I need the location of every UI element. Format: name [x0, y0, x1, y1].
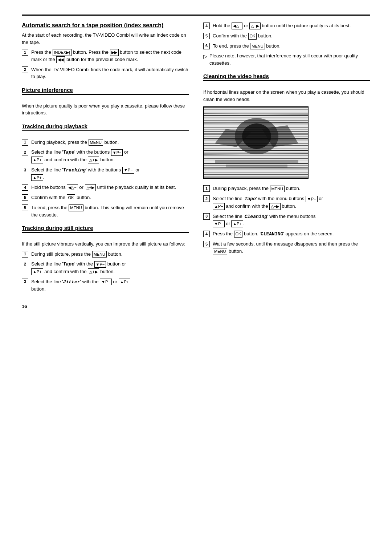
- menu-btn-5: MENU: [270, 186, 285, 192]
- cleaning-intro: If horizontal lines appear on the screen…: [203, 89, 370, 103]
- svg-rect-1: [204, 107, 309, 108]
- svg-rect-3: [204, 111, 309, 111]
- section-auto-search: Automatic search for a tape position (in…: [22, 22, 189, 80]
- cleaning-step-4: 4 Press the OK button. 'CLEANING' appear…: [203, 230, 370, 238]
- vp-btn-1: ▼P−: [111, 149, 123, 156]
- tp-step-1-content: During playback, press the MENU button.: [31, 139, 189, 146]
- step-num-2: 2: [22, 66, 28, 73]
- right-step-5: 5 Confirm with the OK button.: [203, 32, 370, 40]
- section-picture-interference: Picture interference When the picture qu…: [22, 87, 189, 117]
- r-step-num-6: 6: [203, 43, 210, 49]
- cleaning-text: CLEANING: [261, 231, 283, 237]
- note-text: Please note, however, that interference …: [209, 52, 370, 66]
- left-column: Automatic search for a tape position (in…: [22, 22, 189, 309]
- menu-btn-4: MENU: [250, 43, 265, 50]
- svg-rect-32: [204, 178, 309, 179]
- cl-step-3-content: Select the line 'Cleaning' with the menu…: [213, 213, 370, 227]
- ts-step-3-content: Select the line 'Jitter' with the ▼P− or…: [31, 278, 189, 293]
- tv-distorted-image: [203, 106, 309, 179]
- note-interference: ▷ Please note, however, that interferenc…: [203, 52, 370, 66]
- tracking-playback-heading: Tracking during playback: [22, 123, 189, 131]
- right-column: 4 Hold the ◀△− or △+▶ button until the p…: [203, 22, 370, 309]
- svg-rect-22: [204, 155, 309, 156]
- svg-rect-2: [204, 109, 309, 110]
- tape-label-1: Tape: [63, 150, 74, 155]
- tp-step-5-content: Confirm with the OK button.: [31, 194, 189, 201]
- svg-rect-28: [204, 170, 309, 170]
- picture-interference-heading: Picture interference: [22, 87, 189, 95]
- page-number: 16: [22, 304, 189, 309]
- picture-interference-intro: When the picture quality is poor when yo…: [22, 102, 189, 117]
- ap-btn-6: ▲P+: [231, 220, 243, 227]
- tp-step-num-5: 5: [22, 194, 28, 201]
- cl-step-5-content: Wait a few seconds, until the message di…: [213, 240, 370, 255]
- right-step-6: 6 To end, press the MENU button.: [203, 42, 370, 50]
- tracking-playback-step-2: 2 Select the line 'Tape' with the button…: [22, 149, 189, 163]
- section-tracking-playback: Tracking during playback 1 During playba…: [22, 123, 189, 218]
- tp-step-2-content: Select the line 'Tape' with the buttons …: [31, 149, 189, 163]
- zoom-btn-2: △+▶: [88, 268, 99, 275]
- cl-step-num-5: 5: [203, 241, 210, 247]
- right-step-4: 4 Hold the ◀△− or △+▶ button until the p…: [203, 22, 370, 29]
- ap-btn-3: ▲P+: [31, 268, 43, 275]
- tracking-playback-step-3: 3 Select the line 'Tracking' with the bu…: [22, 166, 189, 181]
- tp-step-num-3: 3: [22, 167, 28, 173]
- rew-btn: ◀◀: [56, 56, 65, 63]
- tp-step-num-1: 1: [22, 139, 28, 146]
- r-step-4-content: Hold the ◀△− or △+▶ button until the pic…: [213, 22, 370, 29]
- section-tracking-still: Tracking during still picture If the sti…: [22, 225, 189, 293]
- r-step-num-4: 4: [203, 23, 210, 29]
- ok-btn-1: OK: [67, 194, 75, 201]
- menu-btn-2: MENU: [69, 204, 83, 211]
- auto-search-step-1: 1 Press the INDEX▶| button. Press the ▶▶…: [22, 49, 189, 63]
- cl-step-num-2: 2: [203, 195, 210, 202]
- menu-btn-3: MENU: [92, 251, 107, 258]
- auto-search-step-2: 2 When the TV-VIDEO Combi finds the code…: [22, 66, 189, 80]
- prev-btn-1: ◀△−: [67, 184, 78, 191]
- ap-btn-1: ▲P+: [31, 157, 43, 163]
- cleaning-label: Cleaning: [245, 214, 267, 219]
- cleaning-heading: Cleaning the video heads: [203, 73, 370, 81]
- r-step-num-5: 5: [203, 33, 210, 39]
- tracking-playback-step-1: 1 During playback, press the MENU button…: [22, 139, 189, 146]
- tracking-still-step-1: 1 During still picture, press the MENU b…: [22, 251, 189, 258]
- svg-rect-43: [226, 165, 287, 167]
- svg-rect-30: [204, 174, 309, 175]
- ap-btn-4: ▲P+: [119, 279, 131, 285]
- index-btn: INDEX▶|: [53, 49, 72, 56]
- right-top-steps: 4 Hold the ◀△− or △+▶ button until the p…: [203, 22, 370, 66]
- note-arrow-icon: ▷: [203, 53, 207, 60]
- vp-btn-3: ▼P−: [94, 261, 106, 268]
- r-step-6-content: To end, press the MENU button.: [213, 42, 370, 50]
- cl-step-4-content: Press the OK button. 'CLEANING' appears …: [213, 230, 370, 238]
- step-2-content: When the TV-VIDEO Combi finds the code m…: [31, 66, 189, 80]
- ap-btn-5: ▲P+: [213, 203, 225, 210]
- ff-btn: ▶▶: [110, 49, 119, 56]
- ts-step-2-content: Select the line 'Tape' with the ▼P− butt…: [31, 260, 189, 275]
- next-btn-1: △+▶: [85, 184, 96, 191]
- auto-search-intro: At the start of each recording, the TV-V…: [22, 32, 189, 46]
- tracking-still-intro: If the still picture vibrates vertically…: [22, 240, 189, 248]
- zoom-btn-3: △+▶: [269, 203, 280, 210]
- tape-label-2: Tape: [63, 262, 74, 267]
- tracking-still-step-3: 3 Select the line 'Jitter' with the ▼P− …: [22, 278, 189, 293]
- ts-step-num-3: 3: [22, 279, 28, 285]
- tracking-still-step-2: 2 Select the line 'Tape' with the ▼P− bu…: [22, 260, 189, 275]
- zoom-btn-1: △+▶: [88, 157, 99, 163]
- ap-btn-2: ▲P+: [31, 174, 43, 181]
- tp-step-num-6: 6: [22, 204, 28, 211]
- section-cleaning: Cleaning the video heads If horizontal l…: [203, 73, 370, 255]
- tp-step-4-content: Hold the buttons ◀△− or △+▶ until the pl…: [31, 184, 189, 191]
- svg-rect-23: [204, 158, 309, 159]
- cleaning-step-3: 3 Select the line 'Cleaning' with the me…: [203, 213, 370, 227]
- tracking-playback-step-6: 6 To end, press the MENU button. This se…: [22, 204, 189, 218]
- tp-step-num-4: 4: [22, 184, 28, 191]
- cleaning-step-1: 1 During playback, press the MENU button…: [203, 185, 370, 192]
- tp-step-3-content: Select the line 'Tracking' with the butt…: [31, 166, 189, 181]
- distorted-screen-svg: [204, 107, 309, 179]
- cleaning-step-5: 5 Wait a few seconds, until the message …: [203, 240, 370, 255]
- menu-btn-6: MENU: [213, 248, 227, 255]
- svg-rect-31: [204, 177, 309, 178]
- cleaning-step-2: 2 Select the line 'Tape' with the menu b…: [203, 195, 370, 210]
- ts-step-num-1: 1: [22, 251, 28, 258]
